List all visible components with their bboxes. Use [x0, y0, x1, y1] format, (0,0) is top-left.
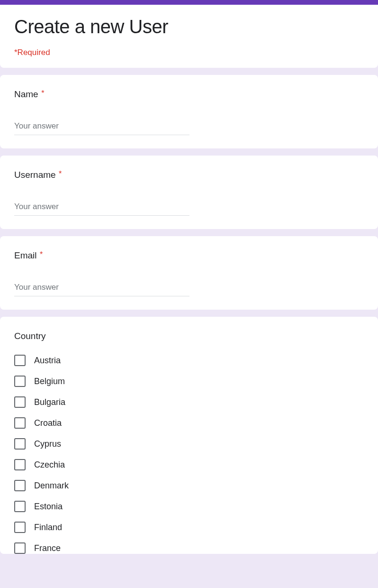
checkbox-icon[interactable]	[14, 542, 26, 554]
accent-bar	[0, 0, 378, 5]
checkbox-label: Austria	[34, 356, 61, 366]
checkbox-icon[interactable]	[14, 501, 26, 512]
checkbox-icon[interactable]	[14, 522, 26, 533]
country-option-denmark[interactable]: Denmark	[14, 480, 364, 491]
required-asterisk: *	[40, 250, 43, 258]
username-question-card: Username *	[0, 156, 378, 229]
country-option-finland[interactable]: Finland	[14, 522, 364, 533]
name-input[interactable]	[14, 119, 189, 135]
name-label: Name	[14, 89, 38, 100]
country-option-austria[interactable]: Austria	[14, 355, 364, 366]
email-label-row: Email *	[14, 250, 364, 261]
form-header-card: Create a new User *Required	[0, 0, 378, 68]
country-option-belgium[interactable]: Belgium	[14, 376, 364, 387]
username-label: Username	[14, 170, 56, 180]
country-question-card: Country Austria Belgium Bulgaria Croatia…	[0, 317, 378, 554]
username-input[interactable]	[14, 199, 189, 216]
email-label: Email	[14, 250, 37, 261]
form-title: Create a new User	[14, 16, 364, 37]
checkbox-label: Estonia	[34, 502, 63, 512]
required-asterisk: *	[59, 170, 62, 178]
name-question-card: Name *	[0, 75, 378, 148]
required-asterisk: *	[41, 89, 44, 97]
country-label: Country	[14, 331, 46, 341]
checkbox-icon[interactable]	[14, 459, 26, 470]
checkbox-label: France	[34, 543, 61, 553]
name-label-row: Name *	[14, 89, 364, 100]
country-option-bulgaria[interactable]: Bulgaria	[14, 396, 364, 408]
checkbox-label: Croatia	[34, 418, 62, 428]
country-option-cyprus[interactable]: Cyprus	[14, 438, 364, 450]
checkbox-icon[interactable]	[14, 355, 26, 366]
country-option-czechia[interactable]: Czechia	[14, 459, 364, 470]
checkbox-label: Finland	[34, 523, 62, 533]
checkbox-icon[interactable]	[14, 396, 26, 408]
email-question-card: Email *	[0, 236, 378, 310]
country-option-estonia[interactable]: Estonia	[14, 501, 364, 512]
checkbox-icon[interactable]	[14, 376, 26, 387]
country-label-row: Country	[14, 331, 364, 341]
checkbox-icon[interactable]	[14, 438, 26, 450]
country-checkbox-list: Austria Belgium Bulgaria Croatia Cyprus …	[14, 355, 364, 554]
email-input[interactable]	[14, 280, 189, 296]
required-note: *Required	[14, 48, 364, 57]
checkbox-label: Bulgaria	[34, 397, 65, 407]
country-option-croatia[interactable]: Croatia	[14, 417, 364, 429]
checkbox-label: Cyprus	[34, 439, 61, 449]
country-option-france[interactable]: France	[14, 542, 364, 554]
checkbox-label: Denmark	[34, 481, 69, 491]
username-label-row: Username *	[14, 170, 364, 180]
checkbox-label: Czechia	[34, 460, 65, 470]
checkbox-icon[interactable]	[14, 480, 26, 491]
checkbox-icon[interactable]	[14, 417, 26, 429]
checkbox-label: Belgium	[34, 377, 65, 386]
header-content: Create a new User *Required	[0, 5, 378, 68]
